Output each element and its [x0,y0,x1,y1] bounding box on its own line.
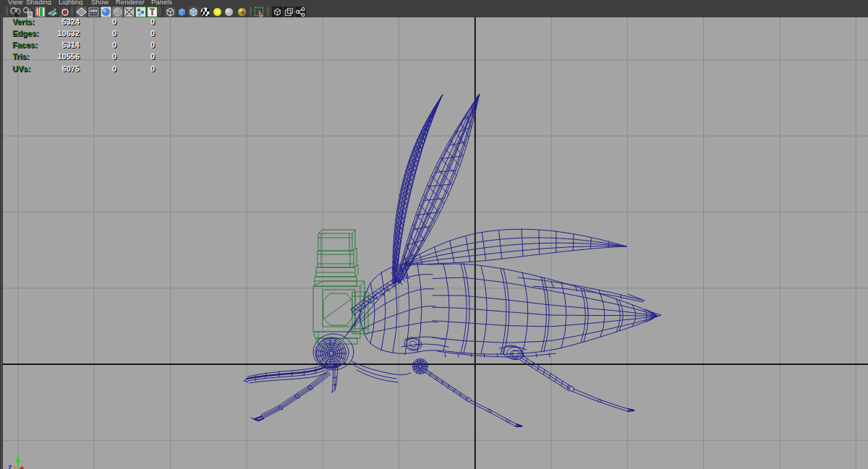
svg-text:Edges:: Edges: [12,29,39,38]
svg-text:0: 0 [112,64,116,73]
svg-text:z: z [8,462,12,469]
svg-text:0: 0 [150,29,155,38]
svg-text:10632: 10632 [57,29,80,38]
svg-text:Tris:: Tris: [12,52,29,61]
svg-text:0: 0 [150,40,155,49]
svg-text:0: 0 [112,17,116,26]
svg-text:0: 0 [150,17,155,26]
svg-text:UVs:: UVs: [12,64,30,73]
svg-text:10556: 10556 [57,52,80,61]
svg-text:0: 0 [112,52,116,61]
svg-text:Faces:: Faces: [12,40,38,49]
svg-text:0: 0 [112,29,116,38]
svg-text:0: 0 [112,40,116,49]
svg-text:Verts:: Verts: [12,17,35,26]
svg-text:5314: 5314 [62,40,80,49]
svg-text:0: 0 [150,64,155,73]
svg-text:6075: 6075 [62,64,80,73]
svg-text:0: 0 [150,52,155,61]
svg-text:5324: 5324 [62,17,80,26]
